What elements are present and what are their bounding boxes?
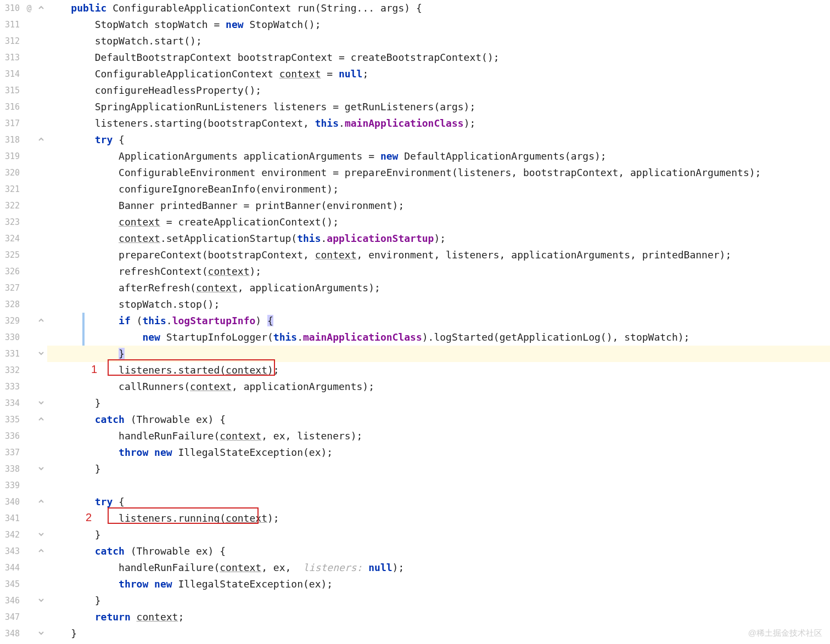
gutter-row[interactable]: 324 [0,230,47,247]
gutter-row[interactable]: 337 [0,444,47,461]
fold-end-icon[interactable] [35,592,47,609]
gutter-row[interactable]: 315 [0,82,47,99]
gutter-row[interactable]: 335 [0,411,47,428]
gutter-row[interactable]: 332 [0,362,47,379]
fold-collapse-icon[interactable] [35,0,47,16]
line-number: 323 [0,214,23,230]
code-line[interactable]: DefaultBootstrapContext bootstrapContext… [47,49,830,66]
gutter-row[interactable]: 313 [0,49,47,66]
gutter-row[interactable]: 344 [0,560,47,576]
gutter-row[interactable]: 333 [0,379,47,395]
fold-end-icon[interactable] [35,395,47,411]
gutter-mark [23,16,35,33]
line-number: 322 [0,197,23,214]
gutter-row[interactable]: 334 [0,395,47,411]
code-line[interactable]: } [47,395,830,411]
gutter-row[interactable]: 327 [0,280,47,296]
fold-collapse-icon[interactable] [35,411,47,428]
gutter-row[interactable]: 314 [0,66,47,82]
code-line[interactable]: catch (Throwable ex) { [47,543,830,560]
gutter-row[interactable]: 319 [0,148,47,165]
code-line[interactable]: context = createApplicationContext(); [47,214,830,230]
code-line[interactable]: configureIgnoreBeanInfo(environment); [47,181,830,197]
code-area[interactable]: public ConfigurableApplicationContext ru… [47,0,830,644]
gutter-row[interactable]: 341 [0,510,47,527]
gutter-row[interactable]: 317 [0,115,47,132]
gutter-row[interactable]: 323 [0,214,47,230]
gutter-row[interactable]: 343 [0,543,47,560]
code-line[interactable]: listeners.running(context); [47,510,830,527]
fold-end-icon[interactable] [35,625,47,642]
gutter-row[interactable]: 348 [0,625,47,642]
fold-end-icon[interactable] [35,461,47,477]
code-line[interactable]: public ConfigurableApplicationContext ru… [47,0,830,16]
code-line[interactable]: afterRefresh(context, applicationArgumen… [47,280,830,296]
gutter-row[interactable]: 322 [0,197,47,214]
line-number: 313 [0,49,23,66]
fold-end-icon[interactable] [35,346,47,362]
code-line[interactable]: handleRunFailure(context, ex, listeners)… [47,428,830,444]
line-number: 312 [0,33,23,49]
code-line[interactable]: catch (Throwable ex) { [47,411,830,428]
code-line[interactable]: } [47,527,830,543]
code-line[interactable]: throw new IllegalStateException(ex); [47,444,830,461]
gutter-mark [23,592,35,609]
code-line[interactable]: context.setApplicationStartup(this.appli… [47,230,830,247]
fold-collapse-icon[interactable] [35,494,47,510]
code-line[interactable]: callRunners(context, applicationArgument… [47,379,830,395]
gutter-row[interactable]: 329 [0,313,47,329]
code-line[interactable]: handleRunFailure(context, ex, listeners:… [47,560,830,576]
code-line[interactable]: ApplicationArguments applicationArgument… [47,148,830,165]
gutter-row[interactable]: 320 [0,165,47,181]
line-number: 342 [0,527,23,543]
code-line[interactable]: if (this.logStartupInfo) { [47,313,830,329]
code-line[interactable]: listeners.started(context); [47,362,830,379]
code-line[interactable]: } [47,625,830,642]
gutter-row[interactable]: 325 [0,247,47,263]
gutter-row[interactable]: 336 [0,428,47,444]
fold-collapse-icon[interactable] [35,543,47,560]
code-line[interactable]: prepareContext(bootstrapContext, context… [47,247,830,263]
code-line-active[interactable]: } [47,346,830,362]
gutter-row[interactable]: 312 [0,33,47,49]
gutter-row[interactable]: 316 [0,99,47,115]
code-line[interactable]: return context; [47,609,830,625]
code-line[interactable]: stopWatch.stop(); [47,296,830,313]
code-editor[interactable]: 310@311312313314315316317318319320321322… [0,0,830,644]
gutter-row[interactable]: 311 [0,16,47,33]
code-line[interactable]: try { [47,494,830,510]
gutter-row[interactable]: 310@ [0,0,47,16]
code-line[interactable]: Banner printedBanner = printBanner(envir… [47,197,830,214]
gutter-row[interactable]: 331 [0,346,47,362]
code-line[interactable]: } [47,592,830,609]
gutter-row[interactable]: 340 [0,494,47,510]
gutter-row[interactable]: 347 [0,609,47,625]
line-number: 315 [0,82,23,99]
code-line[interactable]: listeners.starting(bootstrapContext, thi… [47,115,830,132]
gutter-row[interactable]: 342 [0,527,47,543]
code-line[interactable] [47,477,830,494]
code-line[interactable]: } [47,461,830,477]
code-line[interactable]: configureHeadlessProperty(); [47,82,830,99]
gutter-row[interactable]: 338 [0,461,47,477]
code-line[interactable]: try { [47,132,830,148]
gutter-row[interactable]: 346 [0,592,47,609]
fold-collapse-icon[interactable] [35,313,47,329]
code-line[interactable]: ConfigurableEnvironment environment = pr… [47,165,830,181]
code-line[interactable]: ConfigurableApplicationContext context =… [47,66,830,82]
code-line[interactable]: throw new IllegalStateException(ex); [47,576,830,592]
gutter-row[interactable]: 326 [0,263,47,280]
gutter-row[interactable]: 321 [0,181,47,197]
gutter-row[interactable]: 318 [0,132,47,148]
gutter-row[interactable]: 339 [0,477,47,494]
fold-end-icon[interactable] [35,527,47,543]
fold-collapse-icon[interactable] [35,132,47,148]
code-line[interactable]: stopWatch.start(); [47,33,830,49]
code-line[interactable]: SpringApplicationRunListeners listeners … [47,99,830,115]
code-line[interactable]: new StartupInfoLogger(this.mainApplicati… [47,329,830,346]
gutter-row[interactable]: 328 [0,296,47,313]
code-line[interactable]: StopWatch stopWatch = new StopWatch(); [47,16,830,33]
code-line[interactable]: refreshContext(context); [47,263,830,280]
gutter-row[interactable]: 330 [0,329,47,346]
gutter-row[interactable]: 345 [0,576,47,592]
